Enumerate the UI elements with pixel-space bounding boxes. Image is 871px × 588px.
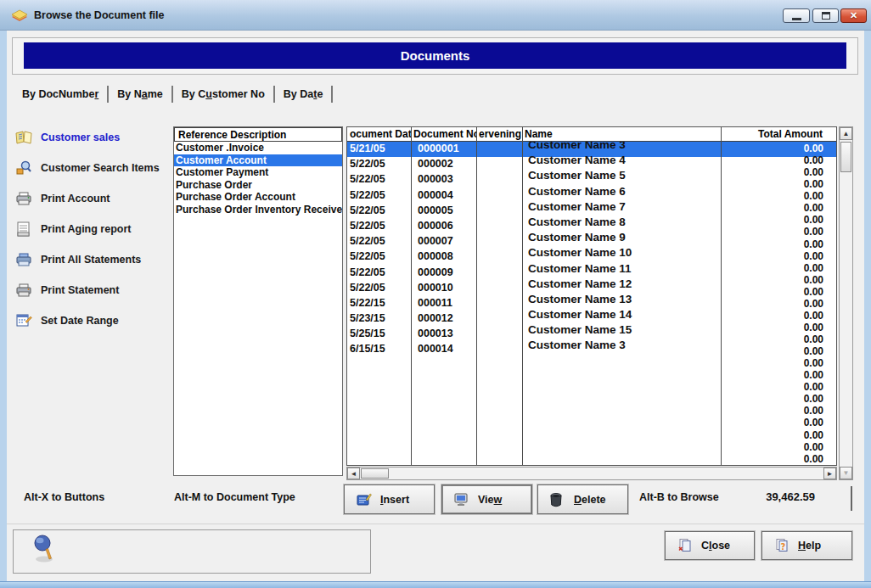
grid-cell-document-no[interactable]: 000002 xyxy=(411,158,476,173)
view-button[interactable]: View xyxy=(441,484,532,514)
grid-cell-date[interactable]: 5/22/05 xyxy=(347,189,411,204)
grid-cell-amount[interactable]: 0.00 xyxy=(721,214,836,226)
grid-cell-amount[interactable]: 0.00 xyxy=(721,178,836,190)
delete-button[interactable]: Delete xyxy=(537,484,628,514)
scroll-up-arrow-icon[interactable]: ▲ xyxy=(840,127,852,140)
sidebar-item-print-aging-report[interactable]: Print Aging report xyxy=(14,214,173,244)
insert-button[interactable]: Insert xyxy=(344,484,435,514)
sidebar-item-print-account[interactable]: Print Account xyxy=(14,183,173,214)
grid-cell-document-no[interactable]: 000010 xyxy=(411,282,476,297)
grid-cell-name[interactable]: Customer Name 3 xyxy=(522,339,721,354)
column-header-document-no[interactable]: Document No xyxy=(411,127,476,141)
grid-cell-document-no[interactable]: 000005 xyxy=(411,204,476,220)
grid-cell-name[interactable]: Customer Name 11 xyxy=(522,262,721,277)
grid-cell-amount[interactable]: 0.00 xyxy=(721,453,836,465)
tab-by-name[interactable]: By Name xyxy=(114,87,166,102)
grid-cell-amount[interactable]: 0.00 xyxy=(721,298,836,310)
grid-cell-document-no[interactable]: 000007 xyxy=(411,235,476,250)
grid-cell-name[interactable]: Customer Name 14 xyxy=(522,308,721,323)
grid-cell-amount[interactable]: 0.00 xyxy=(721,262,836,274)
grid-cell-document-no[interactable]: 000009 xyxy=(411,266,476,282)
grid-cell-amount[interactable]: 0.00 xyxy=(721,286,836,298)
grid-cell-name[interactable]: Customer Name 15 xyxy=(522,323,721,339)
sidebar-item-print-all-statements[interactable]: Print All Statements xyxy=(14,244,173,275)
close-window-button[interactable]: ✕ xyxy=(840,8,867,23)
column-header-document-date[interactable]: ocument Dat xyxy=(347,127,411,141)
grid-cell-amount[interactable]: 0.00 xyxy=(721,393,836,405)
grid-cell-amount[interactable]: 0.00 xyxy=(721,381,836,393)
grid-cell-name[interactable]: Customer Name 9 xyxy=(522,231,721,246)
grid-cell-amount[interactable]: 0.00 xyxy=(721,250,836,262)
grid-cell-document-no[interactable]: 000004 xyxy=(411,189,476,204)
grid-cell-document-no[interactable]: 000012 xyxy=(411,312,476,328)
grid-cell-name[interactable]: Customer Name 7 xyxy=(522,200,721,216)
grid-cell-date[interactable]: 5/22/05 xyxy=(347,266,411,282)
grid-cell-amount[interactable]: 0.00 xyxy=(721,441,836,453)
grid-cell-date[interactable]: 5/21/05 xyxy=(347,143,411,158)
tab-by-customer-no[interactable]: By Customer No xyxy=(178,87,268,102)
grid-cell-name[interactable]: Customer Name 12 xyxy=(522,277,721,293)
grid-cell-document-no[interactable]: 000003 xyxy=(411,173,476,188)
grid-cell-date[interactable]: 5/23/15 xyxy=(347,312,411,328)
grid-cell-date[interactable]: 5/22/05 xyxy=(347,220,411,235)
reference-item[interactable]: Customer Account xyxy=(174,154,342,167)
grid-cell-document-no[interactable]: 000011 xyxy=(411,297,476,312)
grid-cell-amount[interactable]: 0.00 xyxy=(721,166,836,178)
grid-cell-date[interactable]: 5/22/05 xyxy=(347,235,411,250)
scroll-right-arrow-icon[interactable]: ► xyxy=(823,468,836,479)
vertical-scrollbar[interactable]: ▲ ▼ xyxy=(839,126,853,480)
grid-cell-name[interactable]: Customer Name 4 xyxy=(522,154,721,169)
grid-cell-amount[interactable]: 0.00 xyxy=(721,274,836,286)
magnifier-icon[interactable] xyxy=(31,533,56,567)
horizontal-scroll-thumb[interactable] xyxy=(361,468,389,479)
grid-cell-amount[interactable]: 0.00 xyxy=(721,369,836,381)
grid-cell-name[interactable]: Customer Name 6 xyxy=(522,185,721,200)
grid-cell-amount[interactable]: 0.00 xyxy=(721,322,836,333)
vertical-scroll-thumb[interactable] xyxy=(840,142,851,172)
grid-cell-amount[interactable]: 0.00 xyxy=(721,429,836,441)
reference-item[interactable]: Purchase Order xyxy=(174,179,342,192)
grid-cell-date[interactable]: 6/15/15 xyxy=(347,343,411,358)
grid-cell-amount[interactable]: 0.00 xyxy=(721,143,836,154)
reference-item[interactable]: Purchase Order Account xyxy=(174,191,342,204)
grid-cell-amount[interactable]: 0.00 xyxy=(721,238,836,250)
grid-cell-date[interactable]: 5/25/15 xyxy=(347,328,411,343)
grid-cell-document-no[interactable]: 0000001 xyxy=(411,143,476,158)
grid-cell-amount[interactable]: 0.00 xyxy=(721,226,836,238)
grid-cell-document-no[interactable]: 000013 xyxy=(411,328,476,343)
grid-cell-amount[interactable]: 0.00 xyxy=(721,417,836,428)
tab-by-date[interactable]: By Date xyxy=(280,87,327,102)
help-button[interactable]: ? Help xyxy=(761,531,852,560)
reference-item[interactable]: Customer .Invoice xyxy=(174,142,342,154)
grid-cell-date[interactable]: 5/22/05 xyxy=(347,204,411,220)
sidebar-item-customer-search-items[interactable]: Customer Search Items xyxy=(14,153,173,183)
grid-cell-amount[interactable]: 0.00 xyxy=(721,310,836,322)
reference-item[interactable]: Customer Payment xyxy=(174,166,342,179)
grid-cell-amount[interactable]: 0.00 xyxy=(721,154,836,166)
horizontal-scrollbar[interactable]: ◄ ► xyxy=(346,467,837,480)
grid-cell-date[interactable]: 5/22/05 xyxy=(347,282,411,297)
scroll-down-arrow-icon[interactable]: ▼ xyxy=(840,467,852,479)
grid-cell-document-no[interactable]: 000008 xyxy=(411,250,476,266)
close-button[interactable]: Close xyxy=(665,531,755,560)
grid-cell-document-no[interactable]: 000006 xyxy=(411,220,476,235)
grid-cell-name[interactable]: Customer Name 10 xyxy=(522,246,721,261)
grid-cell-amount[interactable]: 0.00 xyxy=(721,345,836,357)
grid-cell-date[interactable]: 5/22/05 xyxy=(347,250,411,266)
grid-cell-name[interactable]: Customer Name 5 xyxy=(522,169,721,184)
sidebar-item-customer-sales[interactable]: Customer sales xyxy=(14,122,173,153)
sidebar-item-set-date-range[interactable]: Set Date Range xyxy=(14,305,173,336)
column-header-name[interactable]: Name xyxy=(522,127,721,141)
column-header-total-amount[interactable]: Total Amount xyxy=(721,127,836,141)
grid-cell-amount[interactable]: 0.00 xyxy=(721,202,836,214)
grid-cell-name[interactable]: Customer Name 8 xyxy=(522,216,721,231)
grid-cell-document-no[interactable]: 000014 xyxy=(411,343,476,358)
grid-cell-name[interactable]: Customer Name 3 xyxy=(522,142,721,154)
grid-cell-amount[interactable]: 0.00 xyxy=(721,357,836,369)
column-header-intervening[interactable]: ervening xyxy=(476,127,522,141)
restore-button[interactable] xyxy=(812,8,839,23)
sidebar-item-print-statement[interactable]: Print Statement xyxy=(14,275,173,305)
grid-cell-date[interactable]: 5/22/15 xyxy=(347,297,411,312)
grid-cell-amount[interactable]: 0.00 xyxy=(721,405,836,417)
grid-cell-name[interactable]: Customer Name 13 xyxy=(522,293,721,308)
